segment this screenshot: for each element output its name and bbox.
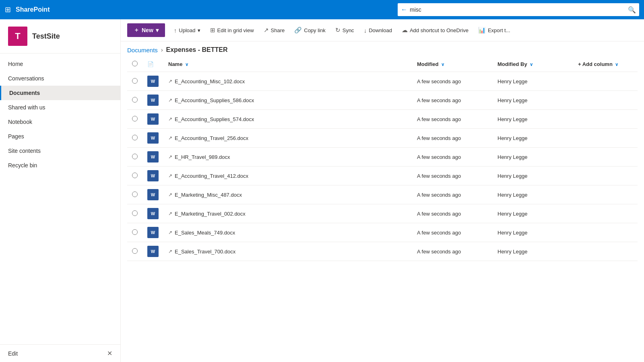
row-modified-cell: A few seconds ago <box>412 185 493 204</box>
file-link-icon: ↗ <box>168 135 172 141</box>
select-all-radio[interactable] <box>132 61 138 66</box>
row-name-cell: ↗ E_Sales_Meals_749.docx <box>163 223 412 242</box>
file-link-icon: ↗ <box>168 154 172 160</box>
new-button[interactable]: ＋ New ▾ <box>127 23 165 37</box>
breadcrumb-parent[interactable]: Documents <box>127 47 158 53</box>
row-radio[interactable] <box>132 191 138 197</box>
row-radio[interactable] <box>132 248 138 254</box>
file-name-link[interactable]: E_Accounting_Misc_102.docx <box>175 78 245 84</box>
add-column-header[interactable]: + Add column ∨ <box>573 57 638 72</box>
row-name-cell: ↗ E_Accounting_Misc_102.docx <box>163 72 412 91</box>
file-name-link[interactable]: E_Sales_Travel_700.docx <box>175 249 235 255</box>
file-name-link[interactable]: E_Sales_Meals_749.docx <box>175 230 235 236</box>
row-radio[interactable] <box>132 135 138 140</box>
row-radio-cell[interactable] <box>127 223 142 242</box>
copy-link-button[interactable]: 🔗 Copy link <box>290 24 329 36</box>
search-input[interactable] <box>410 6 625 13</box>
new-chevron-icon: ▾ <box>156 27 159 33</box>
row-radio-cell[interactable] <box>127 242 142 261</box>
sidebar-item-conversations[interactable]: Conversations <box>0 71 120 86</box>
table-row: W ↗ E_Sales_Meals_749.docx A few seconds… <box>127 223 638 242</box>
sidebar-item-documents[interactable]: Documents <box>0 86 120 100</box>
search-bar: ← 🔍 <box>398 3 639 16</box>
upload-icon: ↑ <box>174 27 177 34</box>
table-row: W ↗ E_Marketing_Travel_002.docx A few se… <box>127 204 638 223</box>
row-radio-cell[interactable] <box>127 185 142 204</box>
row-radio[interactable] <box>132 78 138 84</box>
row-radio[interactable] <box>132 210 138 216</box>
modified-col-header[interactable]: Modified ∨ <box>412 57 493 72</box>
plus-icon: ＋ <box>134 27 139 34</box>
upload-button[interactable]: ↑ Upload ▾ <box>170 25 204 36</box>
row-radio-cell[interactable] <box>127 167 142 185</box>
file-link-icon: ↗ <box>168 230 172 235</box>
row-radio-cell[interactable] <box>127 129 142 148</box>
row-name-cell: ↗ E_Marketing_Travel_002.docx <box>163 204 412 223</box>
sidebar-item-recycle-bin[interactable]: Recycle bin <box>0 158 120 173</box>
close-panel-icon[interactable]: ✕ <box>107 350 112 357</box>
row-name-cell: ↗ E_Accounting_Travel_412.docx <box>163 167 412 185</box>
word-icon: W <box>147 95 159 106</box>
onedrive-icon: ☁ <box>402 27 408 34</box>
edit-grid-button[interactable]: ⊞ Edit in grid view <box>206 24 258 36</box>
table-row: W ↗ E_Accounting_Misc_102.docx A few sec… <box>127 72 638 91</box>
row-empty-cell <box>573 91 638 110</box>
row-modified-cell: A few seconds ago <box>412 129 493 148</box>
file-name-link[interactable]: E_HR_Travel_989.docx <box>175 154 230 160</box>
add-shortcut-button[interactable]: ☁ Add shortcut to OneDrive <box>398 24 473 36</box>
row-radio[interactable] <box>132 154 138 159</box>
word-icon: W <box>147 76 159 87</box>
download-button[interactable]: ↓ Download <box>360 25 396 36</box>
row-radio-cell[interactable] <box>127 110 142 129</box>
file-name-link[interactable]: E_Marketing_Misc_487.docx <box>175 192 242 198</box>
row-radio-cell[interactable] <box>127 204 142 223</box>
row-icon-cell: W <box>142 242 163 261</box>
row-name-cell: ↗ E_Accounting_Supplies_574.docx <box>163 110 412 129</box>
row-modified-by-cell: Henry Legge <box>493 242 573 261</box>
sync-button[interactable]: ↻ Sync <box>331 24 358 36</box>
row-modified-by-cell: Henry Legge <box>493 185 573 204</box>
waffle-icon[interactable]: ⊞ <box>5 5 11 14</box>
sidebar-item-notebook[interactable]: Notebook <box>0 115 120 129</box>
share-button[interactable]: ↗ Share <box>260 24 289 36</box>
file-name-link[interactable]: E_Accounting_Travel_412.docx <box>175 173 248 179</box>
edit-link[interactable]: Edit <box>8 350 18 357</box>
row-radio[interactable] <box>132 116 138 121</box>
modified-by-col-header[interactable]: Modified By ∨ <box>493 57 573 72</box>
word-icon: W <box>147 170 159 181</box>
breadcrumb-separator: › <box>161 47 163 53</box>
sidebar-item-home[interactable]: Home <box>0 57 120 71</box>
file-name-link[interactable]: E_Marketing_Travel_002.docx <box>175 211 246 217</box>
sidebar-item-site-contents[interactable]: Site contents <box>0 144 120 158</box>
row-radio[interactable] <box>132 229 138 235</box>
column-header-row: 📄 Name ∨ Modified ∨ Modified By ∨ + Add … <box>127 57 638 72</box>
table-row: W ↗ E_Accounting_Supplies_574.docx A few… <box>127 110 638 129</box>
export-button[interactable]: 📊 Export t... <box>474 24 514 36</box>
row-modified-cell: A few seconds ago <box>412 72 493 91</box>
row-modified-cell: A few seconds ago <box>412 148 493 167</box>
search-button[interactable]: 🔍 <box>628 6 636 14</box>
row-radio-cell[interactable] <box>127 148 142 167</box>
file-name-link[interactable]: E_Accounting_Travel_256.docx <box>175 135 248 141</box>
select-all-header[interactable] <box>127 57 142 72</box>
row-radio[interactable] <box>132 173 138 178</box>
row-radio[interactable] <box>132 97 138 103</box>
word-icon: W <box>147 246 159 257</box>
file-name-link[interactable]: E_Accounting_Supplies_586.docx <box>175 97 254 103</box>
word-icon: W <box>147 189 159 200</box>
sidebar-item-pages[interactable]: Pages <box>0 129 120 144</box>
sync-icon: ↻ <box>335 27 341 34</box>
link-icon: 🔗 <box>294 27 302 34</box>
row-name-cell: ↗ E_Marketing_Misc_487.docx <box>163 185 412 204</box>
toolbar: ＋ New ▾ ↑ Upload ▾ ⊞ Edit in grid view ↗… <box>121 19 644 41</box>
search-back-icon[interactable]: ← <box>401 6 407 13</box>
sidebar-item-shared-with-us[interactable]: Shared with us <box>0 100 120 115</box>
file-name-link[interactable]: E_Accounting_Supplies_574.docx <box>175 116 254 122</box>
row-icon-cell: W <box>142 167 163 185</box>
row-empty-cell <box>573 242 638 261</box>
word-icon: W <box>147 227 159 238</box>
row-radio-cell[interactable] <box>127 72 142 91</box>
row-radio-cell[interactable] <box>127 91 142 110</box>
name-col-header[interactable]: Name ∨ <box>163 57 412 72</box>
row-empty-cell <box>573 148 638 167</box>
